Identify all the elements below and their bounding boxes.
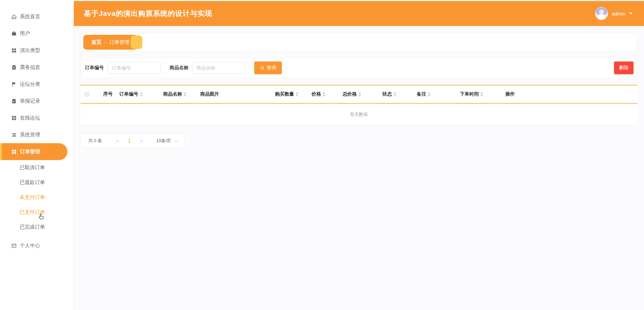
sidebar-subitem-cancelled-orders[interactable]: 已取消订单 <box>0 160 74 175</box>
sidebar-item-home[interactable]: 系统首页 <box>0 8 74 25</box>
sidebar-item-label: 演出类型 <box>20 47 40 54</box>
page-title: 基于Java的演出购票系统的设计与实现 <box>84 9 212 18</box>
column-header-product-name[interactable]: 商品名称 <box>159 91 196 97</box>
table-header-checkbox-cell <box>81 92 99 97</box>
flag-icon <box>11 81 17 87</box>
pagination-prev-button[interactable]: < <box>111 138 123 144</box>
breadcrumb: 首页 - 订单管理 <box>83 35 138 50</box>
order-no-input[interactable] <box>108 62 161 74</box>
sort-icon[interactable] <box>428 92 431 97</box>
sidebar-item-label: 用户 <box>20 30 30 37</box>
search-icon <box>260 66 265 70</box>
content-area: 首页 - 订单管理 订单编号 商品名称 查询 删除 <box>74 26 644 148</box>
column-label: 序号 <box>103 91 113 97</box>
sidebar-subitem-paid-orders[interactable]: 已支付订单 <box>0 205 74 219</box>
column-header-actions: 操作 <box>501 91 637 97</box>
sidebar-item-report-records[interactable]: 举报记录 <box>0 93 74 109</box>
grid-icon <box>11 149 17 155</box>
sort-icon[interactable] <box>140 92 143 97</box>
product-name-label: 商品名称 <box>170 65 188 71</box>
sidebar-subitem-completed-orders[interactable]: 已完成订单 <box>0 219 74 234</box>
column-header-remark[interactable]: 备注 <box>413 91 456 97</box>
search-toolbar: 订单编号 商品名称 查询 删除 <box>81 58 637 78</box>
sidebar-subitem-label: 已退款订单 <box>20 179 45 186</box>
column-header-price[interactable]: 价格 <box>308 91 339 97</box>
sort-icon[interactable] <box>358 92 361 97</box>
clipboard-icon <box>11 64 17 70</box>
app-window: 系统首页 用户 演出类型 票务信息 论坛分类 <box>0 0 644 310</box>
user-menu[interactable]: admin <box>595 7 633 20</box>
sort-icon[interactable] <box>323 92 325 97</box>
column-label: 商品名称 <box>163 91 182 97</box>
select-all-checkbox[interactable] <box>85 92 89 97</box>
sidebar-item-users[interactable]: 用户 <box>0 25 74 42</box>
column-header-quantity[interactable]: 购买数量 <box>271 91 308 97</box>
sidebar-item-label: 系统首页 <box>20 14 40 20</box>
column-label: 商品图片 <box>200 91 219 97</box>
sidebar-item-online-forum[interactable]: 在线论坛 <box>0 109 74 126</box>
sidebar-item-label: 系统管理 <box>20 132 40 138</box>
breadcrumb-card: 首页 - 订单管理 <box>81 33 637 52</box>
breadcrumb-separator: - <box>105 40 106 45</box>
sort-icon[interactable] <box>184 92 186 97</box>
column-label: 订单编号 <box>119 91 138 97</box>
sidebar-item-label: 票务信息 <box>20 64 40 71</box>
column-header-total-price[interactable]: 总价格 <box>339 91 378 97</box>
column-label: 下单时间 <box>460 91 479 97</box>
column-label: 备注 <box>417 91 426 97</box>
table-empty-state: 暂无数据 <box>81 104 637 125</box>
card-icon <box>11 243 17 249</box>
orders-table: 序号 订单编号 商品名称 商品图片 购买数量 <box>81 85 637 125</box>
sidebar-item-order-management[interactable]: 订单管理 <box>0 143 67 160</box>
pagination: 共 0 条 < 1 > 10条/页 <box>81 133 185 148</box>
sidebar: 系统首页 用户 演出类型 票务信息 论坛分类 <box>0 0 74 310</box>
column-label: 操作 <box>505 91 515 97</box>
order-no-label: 订单编号 <box>85 65 104 71</box>
pagination-total: 共 0 条 <box>88 138 102 144</box>
clipboard-check-icon <box>11 98 17 104</box>
table-header-row: 序号 订单编号 商品名称 商品图片 购买数量 <box>81 85 637 103</box>
query-button-label: 查询 <box>267 65 276 71</box>
sort-icon[interactable] <box>393 92 396 97</box>
query-button[interactable]: 查询 <box>254 61 282 74</box>
sidebar-item-label: 论坛分类 <box>20 81 40 87</box>
column-label: 价格 <box>312 91 321 97</box>
home-icon <box>11 14 17 20</box>
column-header-order-no[interactable]: 订单编号 <box>115 91 159 97</box>
column-header-order-time[interactable]: 下单时间 <box>456 91 501 97</box>
column-label: 状态 <box>382 91 392 97</box>
pagination-next-button[interactable]: > <box>136 138 148 144</box>
sidebar-subitem-label: 已支付订单 <box>20 209 45 215</box>
sidebar-item-personal-center[interactable]: 个人中心 <box>0 237 74 254</box>
column-label: 总价格 <box>343 91 357 97</box>
column-header-index: 序号 <box>99 91 115 97</box>
breadcrumb-current: 订单管理 <box>109 39 129 46</box>
sidebar-item-label: 订单管理 <box>20 149 40 155</box>
chevron-down-icon <box>174 138 178 142</box>
sidebar-item-label: 在线论坛 <box>20 115 40 121</box>
top-header-bar: 基于Java的演出购票系统的设计与实现 admin <box>74 1 644 26</box>
column-header-product-image: 商品图片 <box>196 91 271 97</box>
sidebar-item-forum-category[interactable]: 论坛分类 <box>0 76 74 93</box>
column-label: 购买数量 <box>275 91 294 97</box>
grid-icon <box>11 48 17 53</box>
sidebar-subitem-unpaid-orders[interactable]: 未支付订单 <box>0 190 74 205</box>
grid-icon <box>11 115 17 121</box>
sidebar-item-ticket-info[interactable]: 票务信息 <box>0 59 74 76</box>
sidebar-item-label: 个人中心 <box>20 242 40 249</box>
column-header-status[interactable]: 状态 <box>378 91 413 97</box>
delete-button[interactable]: 删除 <box>614 61 634 74</box>
sidebar-subitem-label: 已完成订单 <box>20 224 45 230</box>
sidebar-subitem-refunded-orders[interactable]: 已退款订单 <box>0 175 74 190</box>
sidebar-subitem-label: 已取消订单 <box>20 164 45 171</box>
sidebar-item-show-types[interactable]: 演出类型 <box>0 42 74 59</box>
page-size-select[interactable]: 10条/页 <box>156 138 177 144</box>
sidebar-item-system-management[interactable]: 系统管理 <box>0 126 74 143</box>
sidebar-gap <box>0 234 74 237</box>
pagination-page-1[interactable]: 1 <box>123 138 136 144</box>
sort-icon[interactable] <box>296 92 298 97</box>
product-name-input[interactable] <box>192 62 245 74</box>
user-avatar[interactable] <box>595 7 608 20</box>
breadcrumb-home-link[interactable]: 首页 <box>91 39 101 46</box>
sort-icon[interactable] <box>480 92 483 97</box>
